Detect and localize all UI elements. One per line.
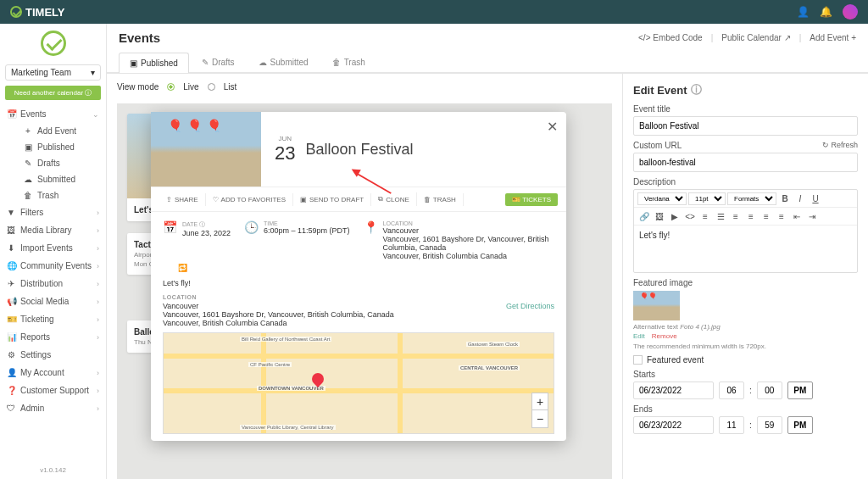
- align-left-button[interactable]: ≡: [729, 209, 743, 223]
- chevron-down-icon: ⌄: [92, 110, 99, 119]
- nav-settings[interactable]: ⚙Settings: [0, 346, 106, 364]
- chevron-right-icon: ›: [97, 298, 99, 306]
- featured-event-checkbox[interactable]: [633, 355, 643, 365]
- nav-community-events[interactable]: 🌐Community Events›: [0, 257, 106, 275]
- logo-check-icon: [41, 31, 66, 56]
- align-center-button[interactable]: ≡: [744, 209, 758, 223]
- font-family-select[interactable]: Verdana: [637, 192, 687, 205]
- nav-submitted[interactable]: ☁Submitted: [17, 171, 106, 187]
- add-event-link[interactable]: Add Event +: [810, 33, 856, 42]
- download-icon: ⬇: [7, 243, 15, 253]
- code-button[interactable]: <>: [683, 209, 697, 223]
- canvas: View mode Live List Let's fly! TactixAir…: [107, 74, 622, 479]
- remove-image-link[interactable]: Remove: [652, 332, 677, 340]
- featured-image-thumb[interactable]: [633, 291, 680, 320]
- link-button[interactable]: 🔗: [637, 209, 651, 223]
- tickets-button[interactable]: 🎫 TICKETS: [505, 193, 558, 206]
- shield-icon: 🛡: [7, 404, 15, 413]
- team-selector[interactable]: Marketing Team ▾: [5, 64, 101, 81]
- video-button[interactable]: ▶: [668, 209, 682, 223]
- get-directions-link[interactable]: Get Directions: [506, 302, 554, 310]
- zoom-in-button[interactable]: +: [532, 393, 548, 410]
- nav-distribution[interactable]: ✈Distribution›: [0, 275, 106, 292]
- end-hour-input[interactable]: [719, 416, 744, 434]
- nav-social-media[interactable]: 📢Social Media›: [0, 292, 106, 310]
- clone-button[interactable]: ⧉CLONE: [371, 192, 417, 206]
- trash-button[interactable]: 🗑TRASH: [417, 193, 464, 206]
- formats-select[interactable]: Formats: [727, 192, 776, 205]
- italic-button[interactable]: I: [793, 192, 807, 205]
- zoom-out-button[interactable]: −: [532, 410, 548, 427]
- font-size-select[interactable]: 11pt: [688, 192, 726, 205]
- refresh-button[interactable]: ↻ Refresh: [822, 141, 858, 150]
- nav-published[interactable]: ▣Published: [17, 139, 106, 155]
- title-input[interactable]: [633, 116, 858, 136]
- nav-events[interactable]: 📅Events⌄: [0, 105, 106, 123]
- ends-label: Ends: [633, 404, 858, 414]
- pencil-icon: ✎: [202, 58, 209, 67]
- avatar[interactable]: [843, 4, 858, 19]
- help-icon: ❓: [7, 386, 15, 395]
- nav-trash[interactable]: 🗑Trash: [17, 187, 106, 203]
- radio-live[interactable]: [167, 83, 175, 91]
- bullet-list-button[interactable]: ≡: [698, 209, 712, 223]
- edit-image-link[interactable]: Edit: [633, 332, 645, 340]
- bell-icon[interactable]: 🔔: [820, 6, 832, 18]
- start-minute-input[interactable]: [757, 382, 782, 399]
- top-bar: TIMELY 👤 🔔: [0, 0, 868, 24]
- start-hour-input[interactable]: [719, 382, 744, 399]
- favorite-button[interactable]: ♡ADD TO FAVORITES: [206, 193, 293, 206]
- image-button[interactable]: 🖼: [653, 209, 666, 223]
- send-draft-button[interactable]: ▣SEND TO DRAFT: [293, 193, 371, 206]
- need-calendar-button[interactable]: Need another calendar ⓘ: [5, 86, 101, 100]
- align-justify-button[interactable]: ≡: [775, 209, 788, 223]
- tab-drafts[interactable]: ✎Drafts: [191, 52, 246, 72]
- close-icon[interactable]: ✕: [547, 119, 558, 135]
- public-calendar-link[interactable]: Public Calendar ↗: [721, 33, 790, 42]
- nav-customer-support[interactable]: ❓Customer Support›: [0, 382, 106, 399]
- nav-drafts[interactable]: ✎Drafts: [17, 155, 106, 171]
- end-date-input[interactable]: [633, 416, 714, 434]
- nav-reports[interactable]: 📊Reports›: [0, 328, 106, 346]
- url-input[interactable]: [633, 153, 858, 172]
- indent-button[interactable]: ⇥: [805, 209, 819, 223]
- end-ampm-toggle[interactable]: [787, 416, 813, 434]
- outdent-button[interactable]: ⇤: [790, 209, 804, 223]
- location-map[interactable]: Bill Reid Gallery of Northwest Coast Art…: [163, 332, 554, 434]
- underline-button[interactable]: U: [809, 192, 822, 205]
- chevron-right-icon: ›: [97, 262, 99, 270]
- tab-submitted[interactable]: ☁Submitted: [248, 52, 320, 72]
- page-header: Events </> Embed Code| Public Calendar ↗…: [107, 24, 868, 73]
- number-list-button[interactable]: ☰: [714, 209, 727, 223]
- chevron-down-icon: ▾: [91, 68, 95, 77]
- end-minute-input[interactable]: [757, 416, 782, 434]
- heart-icon: ♡: [213, 196, 219, 203]
- nav-filters[interactable]: ▼Filters›: [0, 203, 106, 221]
- event-modal: ✕ JUN 23 Balloon Festival: [151, 112, 566, 441]
- pencil-icon: ✎: [24, 159, 32, 168]
- chevron-right-icon: ›: [97, 333, 99, 342]
- tab-trash[interactable]: 🗑Trash: [321, 52, 376, 72]
- description-textarea[interactable]: Let's fly!: [634, 226, 857, 272]
- nav-my-account[interactable]: 👤My Account›: [0, 364, 106, 382]
- align-right-button[interactable]: ≡: [760, 209, 773, 223]
- share-button[interactable]: ⇪SHARE: [159, 193, 206, 206]
- description-label: Description: [633, 177, 858, 187]
- start-date-input[interactable]: [633, 382, 714, 399]
- nav-media-library[interactable]: 🖼Media Library›: [0, 221, 106, 239]
- info-icon[interactable]: ⓘ: [691, 82, 702, 97]
- start-ampm-toggle[interactable]: [787, 382, 813, 399]
- nav-ticketing[interactable]: 🎫Ticketing›: [0, 310, 106, 328]
- nav-admin[interactable]: 🛡Admin›: [0, 399, 106, 417]
- title-label: Event title: [633, 104, 858, 114]
- nav-import-events[interactable]: ⬇Import Events›: [0, 239, 106, 257]
- nav-add-event[interactable]: +Add Event: [17, 123, 106, 139]
- embed-code-link[interactable]: </> Embed Code: [638, 33, 703, 42]
- chevron-right-icon: ›: [97, 226, 99, 235]
- tab-published[interactable]: ▣Published: [119, 53, 189, 73]
- featured-image-label: Featured image: [633, 278, 858, 287]
- user-icon[interactable]: 👤: [797, 6, 810, 18]
- bold-button[interactable]: B: [778, 192, 792, 205]
- location-heading: LOCATION: [163, 294, 554, 300]
- radio-list[interactable]: [208, 83, 215, 91]
